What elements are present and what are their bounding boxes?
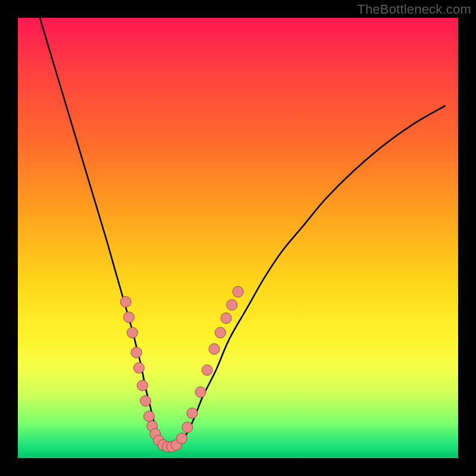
marker-dot [221, 313, 231, 324]
marker-dot [131, 347, 142, 358]
marker-dot [209, 344, 220, 355]
watermark-text: TheBottleneck.com [357, 2, 471, 17]
marker-dot [140, 396, 151, 406]
marker-group [120, 286, 243, 452]
marker-dot [137, 380, 148, 391]
marker-dot [187, 408, 198, 419]
marker-dot [144, 411, 155, 422]
marker-dot [233, 286, 243, 297]
marker-dot [176, 433, 187, 444]
marker-dot [182, 422, 193, 433]
marker-dot [120, 296, 131, 307]
marker-dot [227, 300, 237, 311]
plot-area [18, 18, 458, 458]
marker-dot [124, 312, 134, 322]
marker-dot [202, 365, 212, 375]
marker-dot [195, 387, 206, 397]
marker-dot [215, 327, 226, 338]
curve-svg [18, 18, 458, 458]
bottleneck-curve [40, 18, 445, 450]
chart-frame: TheBottleneck.com [0, 0, 476, 476]
marker-dot [134, 362, 145, 373]
marker-dot [127, 327, 137, 338]
